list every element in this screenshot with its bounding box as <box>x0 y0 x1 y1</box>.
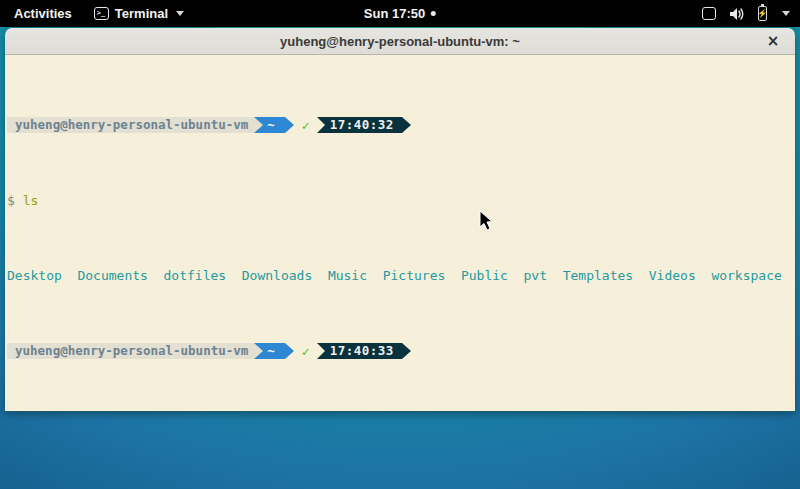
prompt-user-host: yuheng@henry-personal-ubuntu-vm <box>7 343 254 359</box>
command-line: $ ls <box>7 193 793 208</box>
directory-name: Pictures <box>383 268 446 283</box>
notification-dot-icon <box>431 11 436 16</box>
gnome-top-bar: Activities >_ Terminal Sun 17:50 ⚡ <box>0 0 800 27</box>
top-bar-left: Activities >_ Terminal <box>10 0 184 27</box>
directory-name: Desktop <box>7 268 62 283</box>
terminal-content[interactable]: yuheng@henry-personal-ubuntu-vm ~ ✓ 17:4… <box>5 55 795 411</box>
system-tray[interactable]: ⚡ <box>702 0 790 27</box>
terminal-window: yuheng@henry-personal-ubuntu-vm: ~ × yuh… <box>5 28 795 412</box>
window-titlebar[interactable]: yuheng@henry-personal-ubuntu-vm: ~ × <box>5 28 795 55</box>
directory-name: pvt <box>524 268 547 283</box>
powerline-arrow-icon <box>254 343 263 359</box>
close-button[interactable]: × <box>764 32 782 50</box>
prompt-line: yuheng@henry-personal-ubuntu-vm ~ ✓ 17:4… <box>7 343 793 359</box>
powerline-arrow-icon <box>402 117 411 133</box>
directory-name: Music <box>328 268 367 283</box>
chevron-down-icon <box>782 11 790 16</box>
volume-icon <box>729 7 745 21</box>
directory-name: Documents <box>77 268 147 283</box>
status-check-icon: ✓ <box>302 118 310 133</box>
ls-output: DesktopDocumentsdotfilesDownloadsMusicPi… <box>7 268 793 283</box>
terminal-app-icon: >_ <box>94 7 109 20</box>
prompt-user-host: yuheng@henry-personal-ubuntu-vm <box>7 117 254 133</box>
directory-name: Public <box>461 268 508 283</box>
powerline-arrow-icon <box>254 117 263 133</box>
status-check-icon: ✓ <box>302 344 310 359</box>
prompt-timestamp: 17:40:32 <box>325 117 402 133</box>
prompt-cwd: ~ <box>263 117 285 133</box>
prompt-line: yuheng@henry-personal-ubuntu-vm ~ ✓ 17:4… <box>7 117 793 133</box>
directory-name: Downloads <box>242 268 312 283</box>
clock-button[interactable]: Sun 17:50 <box>364 0 436 27</box>
app-menu-button[interactable]: >_ Terminal <box>94 6 184 21</box>
directory-name: Templates <box>563 268 633 283</box>
activities-button[interactable]: Activities <box>10 6 76 21</box>
app-menu-label: Terminal <box>115 6 168 21</box>
powerline-arrow-icon <box>317 343 325 359</box>
desktop-screen: Activities >_ Terminal Sun 17:50 ⚡ <box>0 0 800 489</box>
battery-charging-icon: ⚡ <box>758 6 767 21</box>
desktop-wallpaper: yuheng@henry-personal-ubuntu-vm: ~ × yuh… <box>0 27 800 489</box>
screen-icon <box>702 7 716 20</box>
directory-name: dotfiles <box>164 268 227 283</box>
directory-name: workspace <box>711 268 781 283</box>
clock-label: Sun 17:50 <box>364 6 425 21</box>
chevron-down-icon <box>176 11 184 16</box>
powerline-arrow-icon <box>402 343 411 359</box>
prompt-timestamp: 17:40:33 <box>325 343 402 359</box>
powerline-arrow-icon <box>317 117 325 133</box>
window-title: yuheng@henry-personal-ubuntu-vm: ~ <box>280 34 520 49</box>
powerline-arrow-icon <box>285 117 294 133</box>
directory-name: Videos <box>649 268 696 283</box>
powerline-arrow-icon <box>285 343 294 359</box>
prompt-dollar: $ <box>7 193 15 208</box>
command-text: ls <box>23 193 39 208</box>
mouse-pointer-icon <box>479 210 494 232</box>
prompt-cwd: ~ <box>263 343 285 359</box>
